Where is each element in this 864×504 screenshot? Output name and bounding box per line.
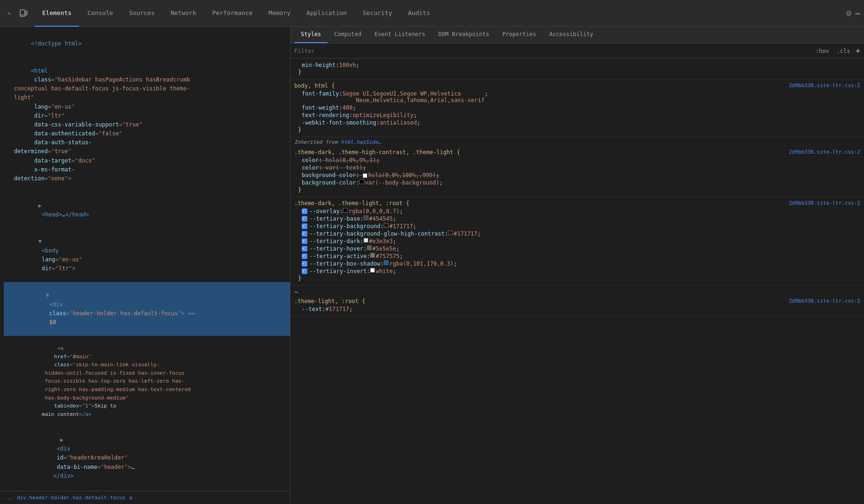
css-prop-text-rendering: text-rendering: optimizeLegibility; xyxy=(294,111,860,119)
css-rule-header-theme-2: .theme-dark, .theme-light, :root { 2d9bb… xyxy=(294,200,860,207)
svg-rect-1 xyxy=(26,11,27,15)
sub-tab-properties[interactable]: Properties xyxy=(496,27,543,43)
sub-tab-accessibility[interactable]: Accessibility xyxy=(543,27,600,43)
html-line-header-holder[interactable]: <div class="header-holder has-default-fo… xyxy=(4,282,290,336)
inherited-selector[interactable]: html.hasSide… xyxy=(341,139,381,145)
tab-application[interactable]: Application xyxy=(299,0,354,27)
toolbar-icons: ↖ xyxy=(4,7,29,19)
main-toolbar: ↖ Elements Console Sources Network Perfo… xyxy=(0,0,864,27)
tab-performance[interactable]: Performance xyxy=(205,0,260,27)
sub-tabs: Styles Computed Event Listeners DOM Brea… xyxy=(290,27,864,44)
css-prop-font-family: font-family: Segoe UI,SegoeUI,Segoe WP,H… xyxy=(294,90,860,104)
css-source-body-html[interactable]: 2d9bb338.site-ltr.css:2 xyxy=(789,82,860,89)
checkbox-overlay[interactable] xyxy=(302,208,307,214)
swatch-tertiary-base[interactable] xyxy=(364,215,368,220)
swatch-tertiary-dark[interactable] xyxy=(364,238,368,243)
color-swatch-bg2[interactable] xyxy=(359,179,364,184)
elements-panel: <!doctype html> <html class="hasSidebar … xyxy=(0,27,290,504)
device-icon[interactable] xyxy=(18,7,29,19)
add-style-button[interactable]: + xyxy=(856,46,860,55)
swatch-tertiary-bg-glow[interactable] xyxy=(448,230,453,235)
html-line-head[interactable]: <head>…</head> xyxy=(4,192,290,228)
collapse-body[interactable] xyxy=(38,238,42,245)
css-prop-tertiary-invert: --tertiary-invert: white; xyxy=(294,267,860,275)
tab-network[interactable]: Network xyxy=(163,0,204,27)
swatch-tertiary-invert[interactable] xyxy=(370,268,375,273)
swatch-overlay[interactable] xyxy=(343,208,348,213)
html-line-body[interactable]: <body lang="en-us" dir="ltr"> xyxy=(4,228,290,282)
css-rule-header-theme-1: .theme-dark, .theme-high-contrast, .them… xyxy=(294,149,860,156)
css-rule-min-height: min-height: 100vh; } xyxy=(290,59,864,80)
styles-panel: Styles Computed Event Listeners DOM Brea… xyxy=(290,27,864,504)
checkbox-tertiary-active[interactable] xyxy=(302,253,307,259)
swatch-tertiary-bg[interactable] xyxy=(384,223,388,228)
css-prop-font-weight: font-weight: 400; xyxy=(294,104,860,111)
css-prop-webkit-smoothing: -webkit-font-smoothing: antialiased; xyxy=(294,119,860,126)
html-line-html[interactable]: <html class="hasSidebar hasPageActions h… xyxy=(4,58,290,193)
collapse-header-holder[interactable] xyxy=(46,292,49,298)
sub-tab-event-listeners[interactable]: Event Listeners xyxy=(368,27,432,43)
toolbar-right: ☺ ⋯ xyxy=(846,8,860,18)
css-prop-color-1: color: hsla(0,0%,9%,1); xyxy=(294,156,860,164)
smiley-icon[interactable]: ☺ xyxy=(846,8,851,18)
collapse-header-area[interactable] xyxy=(60,437,63,443)
html-line-skip-link[interactable]: <a href="#main" class="skip-to-main-link… xyxy=(4,336,290,427)
checkbox-tertiary-invert[interactable] xyxy=(302,268,307,274)
checkbox-tertiary-bg-glow[interactable] xyxy=(302,231,307,237)
filter-input[interactable] xyxy=(294,48,814,54)
dots-more: … xyxy=(290,286,864,295)
breadcrumb-dots: ... xyxy=(4,495,13,501)
css-source-theme-2[interactable]: 2d9bb338.site-ltr.css:2 xyxy=(789,200,860,206)
checkbox-tertiary-bg[interactable] xyxy=(302,223,307,229)
css-rule-theme-dark-1: .theme-dark, .theme-high-contrast, .them… xyxy=(290,146,864,197)
filter-actions: :hov .cls + xyxy=(814,46,860,55)
css-rule-body-html: body, html { 2d9bb338.site-ltr.css:2 fon… xyxy=(290,80,864,137)
checkbox-tertiary-base[interactable] xyxy=(302,216,307,222)
css-rule-header-body-html: body, html { 2d9bb338.site-ltr.css:2 xyxy=(294,82,860,89)
css-selector-body-html: body, html { xyxy=(294,82,335,89)
breadcrumb-item-div[interactable]: div.header-holder.has-default-focus xyxy=(17,495,126,501)
sub-tab-dom-breakpoints[interactable]: DOM Breakpoints xyxy=(432,27,496,43)
cursor-icon[interactable]: ↖ xyxy=(4,7,15,19)
cls-button[interactable]: .cls xyxy=(834,47,852,55)
sub-tab-styles[interactable]: Styles xyxy=(294,27,328,43)
styles-content: min-height: 100vh; } body, html { 2d9bb3… xyxy=(290,59,864,504)
checkbox-tertiary-shadow[interactable] xyxy=(302,261,307,267)
tab-console[interactable]: Console xyxy=(80,0,121,27)
html-tree: <!doctype html> <html class="hasSidebar … xyxy=(0,27,290,491)
hov-button[interactable]: :hov xyxy=(814,47,831,55)
css-source-theme-1[interactable]: 2d9bb338.site-ltr.css:2 xyxy=(789,149,860,155)
swatch-tertiary-active[interactable] xyxy=(370,253,375,258)
css-selector-theme-2: .theme-dark, .theme-light, :root { xyxy=(294,200,410,207)
css-closing-4: } xyxy=(294,275,860,282)
breadcrumb-item-a[interactable]: a xyxy=(129,495,133,501)
more-icon[interactable]: ⋯ xyxy=(855,8,860,18)
css-prop-bg-color-2: background-color: var(--body-background)… xyxy=(294,179,860,186)
checkbox-tertiary-hover[interactable] xyxy=(302,246,307,252)
main-layout: <!doctype html> <html class="hasSidebar … xyxy=(0,27,864,504)
tab-audits[interactable]: Audits xyxy=(401,0,438,27)
css-rule-header-theme-light: .theme-light, :root { 2d9bb338.site-ltr.… xyxy=(294,298,860,304)
html-line-doctype: <!doctype html> xyxy=(4,30,290,58)
css-prop-tertiary-bg: --tertiary-background: #171717; xyxy=(294,222,860,230)
html-line-header-area[interactable]: <div id="headerAreaHolder" data-bi-name=… xyxy=(4,427,290,489)
tab-sources[interactable]: Sources xyxy=(121,0,162,27)
tab-security[interactable]: Security xyxy=(355,0,400,27)
swatch-tertiary-shadow[interactable] xyxy=(384,260,388,265)
css-prop-bg-color-1: background-color: hsla(0,0%,100%,.999); xyxy=(294,171,860,179)
css-prop-color-2: color: var(--text); xyxy=(294,164,860,171)
swatch-tertiary-hover[interactable] xyxy=(367,245,372,250)
css-prop-overlay: --overlay: rgba(0,0,0,0.7); xyxy=(294,208,860,215)
breadcrumb-bar: ... div.header-holder.has-default-focus … xyxy=(0,491,290,504)
tab-elements[interactable]: Elements xyxy=(35,0,79,27)
color-swatch-bg1[interactable] xyxy=(363,173,367,178)
css-prop-text: --text: #171717; xyxy=(294,305,860,313)
css-rule-theme-light: .theme-light, :root { 2d9bb338.site-ltr.… xyxy=(290,295,864,316)
css-closing-3: } xyxy=(294,186,860,194)
checkbox-tertiary-dark[interactable] xyxy=(302,238,307,244)
css-source-theme-light[interactable]: 2d9bb338.site-ltr.css:2 xyxy=(789,298,860,304)
collapse-head[interactable] xyxy=(38,202,42,209)
sub-tab-computed[interactable]: Computed xyxy=(328,27,368,43)
inherited-label: Inherited from html.hasSide… xyxy=(290,137,864,146)
tab-memory[interactable]: Memory xyxy=(261,0,298,27)
